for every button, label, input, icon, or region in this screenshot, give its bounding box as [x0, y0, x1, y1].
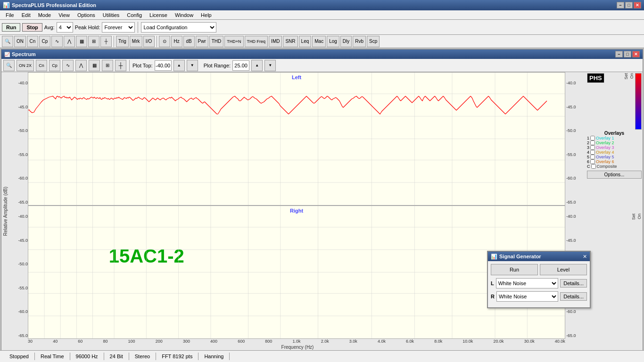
spectrum-minimize-button[interactable]: − — [615, 51, 623, 58]
menu-item-view[interactable]: View — [55, 11, 74, 19]
avg-select[interactable]: 42816 — [57, 22, 73, 33]
separator-1 — [138, 22, 138, 33]
chart-bottom-grid — [28, 206, 565, 338]
minimize-button[interactable]: − — [617, 2, 624, 8]
overlay-6[interactable]: 6Overlay 6 — [587, 159, 642, 164]
menu-item-help[interactable]: Help — [197, 11, 215, 19]
toolbar-main: Run Stop Avg: 42816 Peak Hold: ForeverOf… — [0, 20, 644, 35]
mrk-button[interactable]: Mrk — [130, 36, 142, 47]
chart-bottom[interactable]: Right 15AC1-2 — [28, 206, 565, 339]
menu-item-edit[interactable]: Edit — [18, 11, 34, 19]
wave-button[interactable]: ⋀ — [64, 36, 75, 47]
plot-range-up[interactable]: ▲ — [251, 60, 263, 71]
signal-gen-right-select[interactable]: White Noise Pink Noise Sine Sweep Off — [496, 291, 558, 302]
menu-item-file[interactable]: File — [2, 11, 18, 19]
menu-item-window[interactable]: Window — [171, 11, 197, 19]
plot-range-input[interactable]: 25.00 — [232, 60, 249, 71]
overlay-5[interactable]: 5Overlay 5 — [587, 155, 642, 159]
mac-button[interactable]: Mac — [312, 36, 326, 47]
hz-button[interactable]: Hz — [171, 36, 182, 47]
spectrum-wave-button[interactable]: ⋀ — [75, 60, 87, 71]
options-button[interactable]: Options... — [587, 171, 642, 179]
io-button[interactable]: I/O — [143, 36, 155, 47]
overlay-composite[interactable]: CComposite — [587, 164, 642, 169]
line-button[interactable]: ∿ — [51, 36, 63, 47]
phs-badge[interactable]: PHS — [587, 73, 604, 83]
spectrum-grid-button[interactable]: ⊞ — [102, 60, 113, 71]
main-content: 📈 Spectrum − □ ✕ 🔍 ON 2X Cn Cp ∿ ⋀ ▦ ⊞ ┼… — [0, 48, 644, 350]
log-button[interactable]: Log — [327, 36, 339, 47]
thd-n-button[interactable]: THD+N — [224, 36, 243, 47]
menu-item-options[interactable]: Options — [74, 11, 99, 19]
overlay-3[interactable]: 3Overlay 3 — [587, 145, 642, 150]
signal-gen-close-button[interactable]: ✕ — [583, 254, 587, 260]
cursor-button[interactable]: ┼ — [100, 36, 112, 47]
plot-top-up[interactable]: ▲ — [173, 60, 185, 71]
zoom-in-button[interactable]: 🔍 — [2, 36, 13, 47]
bars-button[interactable]: ▦ — [76, 36, 87, 47]
menu-item-utilities[interactable]: Utilities — [99, 11, 123, 19]
signal-gen-left-select[interactable]: White Noise Pink Noise Sine Sweep Off — [496, 278, 558, 288]
load-config-select[interactable]: Load Configuration — [141, 22, 216, 33]
pwr-button[interactable]: Pwr — [196, 36, 208, 47]
x-axis-label: Frequency (Hz) — [9, 345, 586, 350]
rvb-button[interactable]: Rvb — [353, 36, 366, 47]
menu-item-config[interactable]: Config — [123, 11, 146, 19]
signal-gen-icon: 📊 — [491, 254, 497, 260]
spectrum-line-button[interactable]: ∿ — [62, 60, 74, 71]
overlay-2[interactable]: 2Overlay 2 — [587, 140, 642, 145]
signal-gen-level-button[interactable]: Level — [540, 264, 587, 275]
separator-2 — [114, 36, 114, 47]
menu-item-license[interactable]: License — [146, 11, 171, 19]
signal-gen-run-row: Run Level — [491, 264, 587, 275]
leq-button[interactable]: Leq — [299, 36, 312, 47]
overlay-4[interactable]: 4Overlay 4 — [587, 150, 642, 155]
imd-button[interactable]: IMD — [269, 36, 282, 47]
count2-button[interactable]: Cp — [39, 36, 50, 47]
chart-top[interactable]: Left — [28, 72, 565, 206]
grid-button[interactable]: ⊞ — [88, 36, 99, 47]
status-fft: FFT 8192 pts — [156, 353, 198, 360]
peak-hold-select[interactable]: ForeverOff1s — [102, 22, 135, 33]
thd-freq-button[interactable]: THD Freq — [245, 36, 268, 47]
stop-button[interactable]: Stop — [22, 23, 42, 32]
count-button[interactable]: Cn — [27, 36, 38, 47]
trig-button[interactable]: Trig — [116, 36, 129, 47]
signal-gen-title-bar: 📊 Signal Generator ✕ — [488, 252, 590, 261]
signal-gen-right-details-button[interactable]: Details... — [560, 292, 587, 301]
overlays-title: Overlays — [587, 131, 642, 136]
plot-top-input[interactable]: -40.00 — [155, 60, 172, 71]
signal-gen-right-label: R — [491, 294, 495, 299]
menu-item-mode[interactable]: Mode — [34, 11, 55, 19]
run-button[interactable]: Run — [2, 23, 20, 32]
toolbar-secondary: 🔍 ON Cn Cp ∿ ⋀ ▦ ⊞ ┼ Trig Mrk I/O ⊙ Hz d… — [0, 35, 644, 48]
restore-button[interactable]: □ — [625, 2, 633, 8]
spectrum-on-button[interactable]: ON 2X — [17, 60, 34, 71]
title-bar-left: 📊 SpectraPLUS Professional Edition — [3, 2, 96, 8]
overlay-1[interactable]: 1Overlay 1 — [587, 136, 642, 140]
thd-button[interactable]: THD — [209, 36, 224, 47]
on-off-button[interactable]: ON — [14, 36, 26, 47]
spectrum-close-button[interactable]: ✕ — [632, 51, 640, 58]
db-button[interactable]: dB — [183, 36, 195, 47]
spectrum-zoom-button[interactable]: 🔍 — [3, 60, 15, 71]
spectrum-bars-button[interactable]: ▦ — [89, 60, 100, 71]
osc-button[interactable]: ⊙ — [159, 36, 170, 47]
scp-button[interactable]: Scp — [367, 36, 380, 47]
spectrum-restore-button[interactable]: □ — [624, 51, 631, 58]
spectrum-count-button[interactable]: Cn — [36, 60, 47, 71]
spectrum-cursor-button[interactable]: ┼ — [115, 60, 126, 71]
y-axis-label: Relative Amplitude (dB) — [3, 187, 8, 236]
close-button[interactable]: ✕ — [634, 2, 641, 8]
plot-range-down[interactable]: ▼ — [264, 60, 276, 71]
plot-top-down[interactable]: ▼ — [187, 60, 198, 71]
spectrum-count2-button[interactable]: Cp — [49, 60, 60, 71]
top-overlay-section: PHS Set On Overlays 1Overlay 1 2Overlay … — [587, 73, 642, 212]
x-axis: 30 40 60 80 100 200 300 400 600 800 1.0k… — [9, 339, 586, 345]
on-label-2: On — [637, 214, 642, 219]
dly-button[interactable]: Dly — [340, 36, 352, 47]
signal-gen-run-button[interactable]: Run — [491, 264, 538, 275]
signal-gen-left-details-button[interactable]: Details... — [560, 279, 587, 288]
plot-range-label: Plot Range: — [204, 63, 231, 68]
snr-button[interactable]: SNR — [283, 36, 297, 47]
